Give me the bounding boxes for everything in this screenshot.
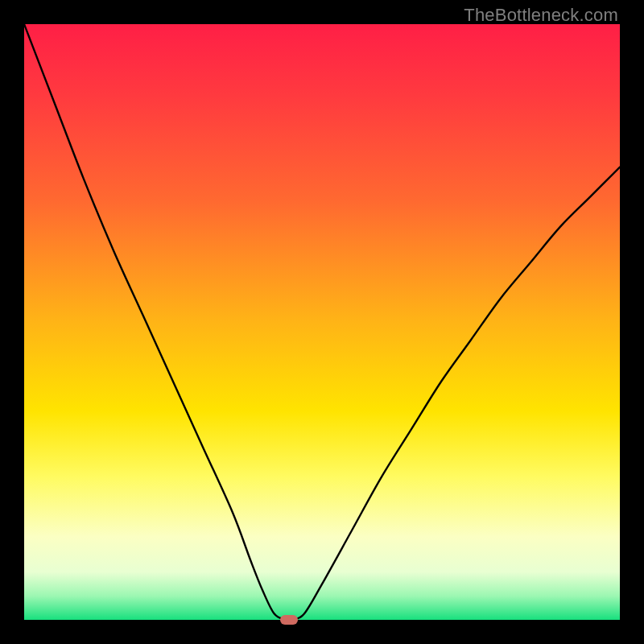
- optimum-marker: [280, 615, 298, 625]
- chart-frame: TheBottleneck.com: [0, 0, 644, 644]
- plot-area: [24, 24, 620, 620]
- curve-path: [24, 24, 620, 620]
- bottleneck-curve: [24, 24, 620, 620]
- watermark-text: TheBottleneck.com: [464, 5, 618, 26]
